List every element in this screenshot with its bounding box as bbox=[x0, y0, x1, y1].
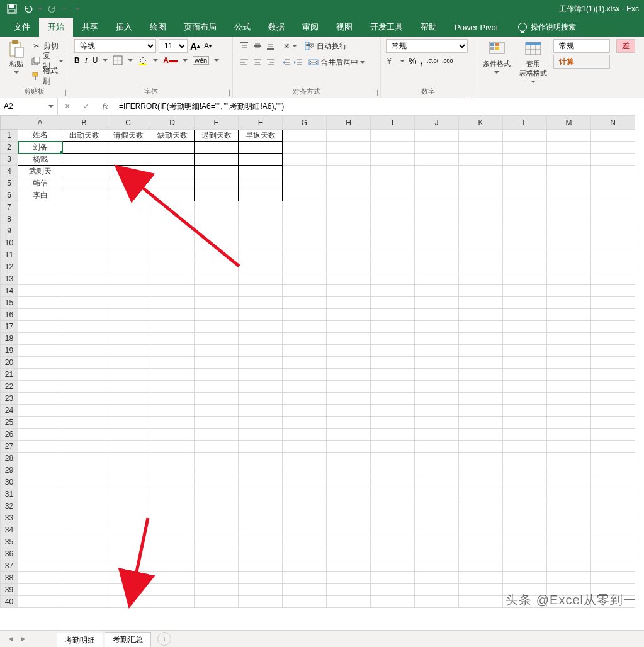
cell[interactable] bbox=[106, 237, 150, 249]
cell[interactable] bbox=[62, 441, 106, 453]
cell[interactable] bbox=[239, 584, 283, 596]
cell[interactable] bbox=[106, 560, 150, 572]
spreadsheet-grid[interactable]: ABCDEFGHIJKLMN1姓名出勤天数请假天数缺勤天数迟到天数早退天数2刘备… bbox=[0, 115, 644, 630]
cell[interactable] bbox=[239, 225, 283, 237]
cell[interactable] bbox=[327, 512, 371, 524]
cell[interactable] bbox=[239, 273, 283, 285]
cell[interactable] bbox=[591, 357, 635, 369]
cell[interactable] bbox=[459, 154, 503, 166]
cell[interactable] bbox=[106, 584, 150, 596]
cell[interactable] bbox=[195, 142, 239, 154]
cell[interactable] bbox=[239, 381, 283, 393]
cell[interactable] bbox=[18, 596, 62, 608]
cell[interactable] bbox=[106, 441, 150, 453]
cell[interactable] bbox=[327, 237, 371, 249]
cell[interactable] bbox=[18, 512, 62, 524]
cell[interactable] bbox=[150, 273, 195, 285]
cell[interactable] bbox=[371, 560, 415, 572]
cell[interactable] bbox=[62, 405, 106, 417]
cell[interactable] bbox=[371, 464, 415, 476]
cell[interactable] bbox=[18, 417, 62, 429]
cell[interactable] bbox=[459, 393, 503, 405]
cell[interactable] bbox=[503, 572, 547, 584]
cell[interactable] bbox=[547, 237, 591, 249]
cell[interactable] bbox=[195, 237, 239, 249]
cell[interactable] bbox=[547, 273, 591, 285]
cell[interactable] bbox=[327, 333, 371, 345]
cell[interactable] bbox=[591, 213, 635, 225]
format-painter-button[interactable]: 格式刷 bbox=[31, 69, 64, 83]
row-header[interactable]: 7 bbox=[1, 201, 18, 213]
cell[interactable] bbox=[283, 429, 327, 441]
cell[interactable] bbox=[239, 405, 283, 417]
cell[interactable] bbox=[239, 572, 283, 584]
cell[interactable] bbox=[591, 500, 635, 512]
cell[interactable] bbox=[503, 393, 547, 405]
row-header[interactable]: 6 bbox=[1, 189, 18, 201]
cell[interactable] bbox=[106, 213, 150, 225]
cell[interactable] bbox=[459, 333, 503, 345]
cell[interactable] bbox=[106, 285, 150, 297]
cell[interactable] bbox=[459, 524, 503, 536]
cell[interactable] bbox=[503, 189, 547, 201]
cell[interactable] bbox=[106, 369, 150, 381]
cell[interactable] bbox=[591, 189, 635, 201]
cell[interactable] bbox=[415, 381, 459, 393]
cell[interactable] bbox=[547, 536, 591, 548]
cell[interactable] bbox=[327, 500, 371, 512]
cell[interactable] bbox=[371, 249, 415, 261]
cell[interactable] bbox=[150, 345, 195, 357]
cell[interactable] bbox=[18, 536, 62, 548]
cell[interactable] bbox=[283, 369, 327, 381]
cell[interactable] bbox=[459, 142, 503, 154]
paste-dropdown-icon[interactable] bbox=[14, 70, 19, 75]
col-header[interactable]: H bbox=[327, 116, 371, 130]
cell[interactable] bbox=[239, 309, 283, 321]
cell[interactable] bbox=[415, 345, 459, 357]
cell[interactable] bbox=[547, 417, 591, 429]
cell[interactable] bbox=[415, 464, 459, 476]
cell[interactable] bbox=[547, 213, 591, 225]
cell[interactable] bbox=[239, 548, 283, 560]
cell[interactable] bbox=[150, 333, 195, 345]
cell[interactable] bbox=[371, 309, 415, 321]
align-top-icon[interactable] bbox=[238, 40, 251, 52]
tab-developer[interactable]: 开发工具 bbox=[361, 18, 412, 37]
cell[interactable] bbox=[591, 261, 635, 273]
row-header[interactable]: 3 bbox=[1, 154, 18, 166]
cell[interactable] bbox=[150, 189, 195, 201]
cell[interactable] bbox=[62, 584, 106, 596]
cell[interactable] bbox=[18, 453, 62, 464]
cell[interactable] bbox=[195, 453, 239, 464]
row-header[interactable]: 2 bbox=[1, 142, 18, 154]
cell[interactable]: 请假天数 bbox=[106, 130, 150, 142]
cell[interactable] bbox=[547, 130, 591, 142]
cell[interactable] bbox=[195, 381, 239, 393]
cell[interactable] bbox=[283, 249, 327, 261]
cell[interactable] bbox=[106, 548, 150, 560]
cell[interactable] bbox=[106, 417, 150, 429]
cell[interactable] bbox=[415, 560, 459, 572]
row-header[interactable]: 18 bbox=[1, 333, 18, 345]
cell[interactable] bbox=[239, 524, 283, 536]
cell[interactable] bbox=[195, 285, 239, 297]
cell[interactable] bbox=[459, 464, 503, 476]
cell[interactable] bbox=[62, 333, 106, 345]
cell[interactable] bbox=[415, 488, 459, 500]
cell[interactable] bbox=[150, 393, 195, 405]
cell[interactable] bbox=[371, 441, 415, 453]
cell[interactable] bbox=[62, 357, 106, 369]
cell[interactable] bbox=[283, 309, 327, 321]
align-right-icon[interactable] bbox=[264, 56, 277, 69]
cell[interactable] bbox=[62, 177, 106, 189]
cell[interactable] bbox=[18, 297, 62, 309]
cell[interactable] bbox=[415, 297, 459, 309]
cell[interactable] bbox=[283, 500, 327, 512]
row-header[interactable]: 5 bbox=[1, 177, 18, 189]
comma-button[interactable]: , bbox=[420, 55, 422, 67]
cell[interactable] bbox=[150, 369, 195, 381]
cell[interactable] bbox=[239, 297, 283, 309]
cell[interactable] bbox=[283, 154, 327, 166]
cell[interactable] bbox=[150, 225, 195, 237]
row-header[interactable]: 29 bbox=[1, 464, 18, 476]
